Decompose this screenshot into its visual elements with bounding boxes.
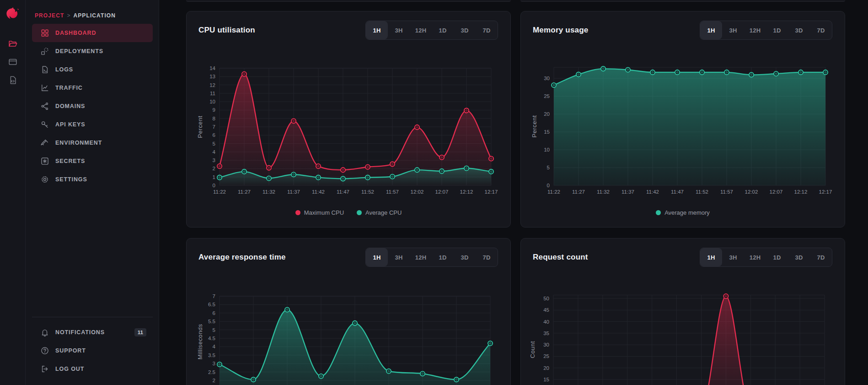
domains-icon: [40, 102, 49, 111]
time-range-button-3d[interactable]: 3D: [788, 21, 810, 39]
y-axis-tick-labels: 051015202530: [544, 76, 550, 188]
time-range-button-3d[interactable]: 3D: [788, 248, 810, 266]
legend-dot: [295, 210, 300, 215]
time-range-button-12h[interactable]: 12H: [410, 21, 432, 39]
key-icon: [40, 120, 49, 129]
sidebar-item-deployments[interactable]: DEPLOYMENTS: [32, 42, 153, 60]
request-count-chart: 05101520253035404550Count: [521, 284, 846, 385]
time-range-button-3d[interactable]: 3D: [454, 21, 476, 39]
time-range-group: 1H3H12H1D3D7D: [700, 248, 832, 267]
svg-text:45: 45: [543, 307, 549, 313]
svg-text:11:27: 11:27: [572, 189, 585, 195]
svg-text:30: 30: [543, 342, 549, 347]
time-range-button-7d[interactable]: 7D: [810, 21, 832, 39]
legend-item: Average CPU: [357, 209, 402, 216]
scrolled-card-bottom-edge: [520, 0, 845, 2]
time-range-button-7d[interactable]: 7D: [810, 248, 832, 266]
time-range-button-3h[interactable]: 3H: [388, 21, 410, 39]
traffic-icon: [40, 83, 49, 92]
time-range-button-1h[interactable]: 1H: [366, 248, 388, 266]
svg-text:12: 12: [209, 82, 215, 88]
time-range-button-1d[interactable]: 1D: [766, 248, 788, 266]
x-axis-tick-labels: 11:2211:2711:3211:3711:4211:4711:5211:57…: [547, 189, 832, 195]
time-range-button-12h[interactable]: 12H: [744, 21, 766, 39]
nest-logo[interactable]: [5, 6, 21, 22]
sidebar-item-label: DASHBOARD: [55, 30, 96, 36]
svg-text:12:17: 12:17: [819, 189, 832, 195]
time-range-button-3h[interactable]: 3H: [722, 21, 744, 39]
svg-text:11:22: 11:22: [547, 189, 560, 195]
svg-text:15: 15: [544, 129, 550, 135]
breadcrumb-application[interactable]: APPLICATION: [74, 12, 116, 19]
legend-dot: [656, 210, 661, 215]
sidebar-item-label: TRAFFIC: [55, 85, 83, 91]
svg-text:0: 0: [213, 183, 215, 188]
chart-legend: Average memory: [521, 209, 845, 216]
time-range-button-1d[interactable]: 1D: [766, 21, 788, 39]
svg-text:50: 50: [543, 296, 549, 301]
time-range-button-1h[interactable]: 1H: [366, 21, 388, 39]
time-range-button-3h[interactable]: 3H: [722, 248, 744, 266]
svg-text:11:52: 11:52: [361, 189, 374, 195]
y-axis-tick-labels: 05101520253035404550: [543, 296, 549, 385]
response-time-chart: 22.533.544.555.566.57Milliseconds: [187, 284, 511, 385]
time-range-button-1d[interactable]: 1D: [432, 21, 454, 39]
y-axis-label: Count: [529, 341, 536, 358]
svg-text:25: 25: [544, 93, 550, 99]
svg-text:11:37: 11:37: [622, 189, 634, 195]
series-line: [553, 296, 825, 385]
sidebar-item-logout[interactable]: LOG OUT: [32, 360, 153, 378]
time-range-button-1d[interactable]: 1D: [432, 248, 454, 266]
folder-icon[interactable]: [8, 38, 18, 49]
sidebar-footer-nav: NOTIFICATIONS11SUPPORTLOG OUT: [32, 323, 153, 378]
svg-text:5.5: 5.5: [208, 319, 215, 324]
sidebar-item-support[interactable]: SUPPORT: [32, 342, 153, 360]
svg-text:30: 30: [544, 76, 550, 81]
time-range-button-12h[interactable]: 12H: [744, 248, 766, 266]
svg-text:6: 6: [213, 132, 215, 138]
dashboard-icon: [40, 28, 49, 38]
svg-text:11:32: 11:32: [263, 189, 275, 195]
svg-text:11: 11: [210, 91, 215, 96]
time-range-button-3h[interactable]: 3H: [388, 248, 410, 266]
breadcrumb-project[interactable]: PROJECT: [35, 12, 64, 19]
y-axis-label: Percent: [197, 115, 204, 138]
sidebar-item-traffic[interactable]: TRAFFIC: [32, 79, 153, 97]
sidebar-item-label: API KEYS: [55, 121, 86, 128]
svg-text:13: 13: [209, 74, 215, 79]
sidebar-item-logs[interactable]: LOGS: [32, 60, 153, 79]
sidebar-item-api-keys[interactable]: API KEYS: [32, 115, 153, 134]
svg-text:10: 10: [209, 99, 215, 104]
sidebar-item-label: LOG OUT: [55, 366, 84, 372]
svg-text:3: 3: [213, 157, 215, 163]
legend-label: Average CPU: [365, 209, 402, 216]
syringe-icon: [40, 138, 49, 147]
time-range-button-7d[interactable]: 7D: [476, 248, 498, 266]
svg-text:12:07: 12:07: [435, 189, 449, 195]
svg-text:11:57: 11:57: [386, 189, 399, 195]
billing-icon[interactable]: [8, 57, 18, 67]
breadcrumb-separator: >: [67, 12, 70, 19]
sidebar-item-notifications[interactable]: NOTIFICATIONS11: [32, 323, 153, 342]
time-range-button-3d[interactable]: 3D: [454, 248, 476, 266]
svg-text:2: 2: [213, 378, 215, 383]
sidebar-item-domains[interactable]: DOMAINS: [32, 97, 153, 115]
time-range-button-12h[interactable]: 12H: [410, 248, 432, 266]
time-range-button-1h[interactable]: 1H: [700, 248, 722, 266]
code-file-icon[interactable]: [8, 75, 18, 85]
svg-text:4.5: 4.5: [208, 336, 215, 341]
svg-text:11:52: 11:52: [696, 189, 708, 195]
scrolled-card-bottom-edge: [186, 0, 511, 2]
svg-text:5: 5: [547, 165, 550, 170]
sidebar-item-dashboard[interactable]: DASHBOARD: [32, 24, 153, 42]
time-range-button-1h[interactable]: 1H: [700, 21, 722, 39]
sidebar-item-environment[interactable]: ENVIRONMENT: [32, 134, 153, 152]
y-axis-tick-labels: 22.533.544.555.566.57: [208, 293, 216, 383]
legend-label: Maximum CPU: [304, 209, 344, 216]
time-range-group: 1H3H12H1D3D7D: [365, 21, 498, 40]
time-range-button-7d[interactable]: 7D: [476, 21, 498, 39]
time-range-group: 1H3H12H1D3D7D: [700, 21, 832, 40]
sidebar-item-settings[interactable]: SETTINGS: [32, 170, 153, 189]
sidebar-item-secrets[interactable]: SECRETS: [32, 152, 153, 170]
svg-text:6.5: 6.5: [208, 302, 215, 307]
